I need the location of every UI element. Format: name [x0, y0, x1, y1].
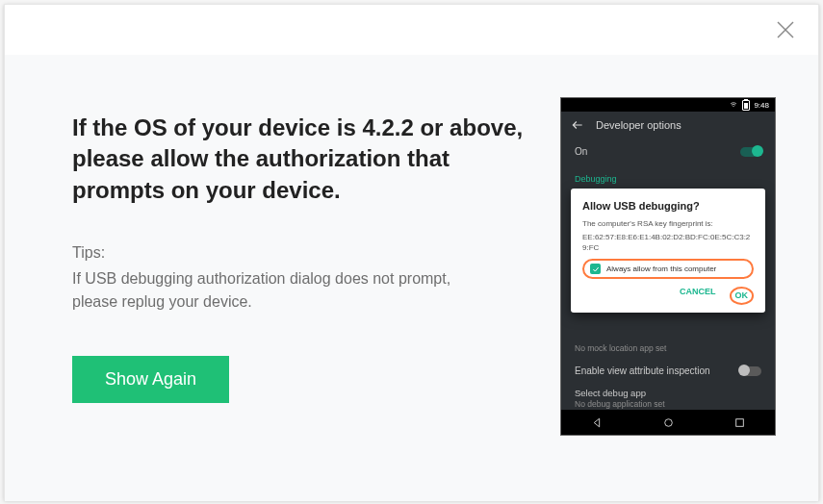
- tips-text: If USB debugging authorization dialog do…: [72, 267, 476, 314]
- tips-label: Tips:: [72, 244, 531, 262]
- phone-time: 9:48: [754, 101, 769, 110]
- nav-recent-icon: [733, 416, 746, 429]
- dialog-body: If the OS of your device is 4.2.2 or abo…: [5, 55, 818, 501]
- phone-illustration: 9:48 Developer options On Debugging Allo…: [560, 97, 776, 436]
- row-view-attr: Enable view attribute inspection: [561, 360, 775, 382]
- phone-statusbar: 9:48: [561, 98, 775, 112]
- wifi-icon: [729, 101, 738, 109]
- battery-icon: [742, 100, 750, 111]
- section-debugging: Debugging: [561, 164, 775, 186]
- popup-title: Allow USB debugging?: [582, 200, 754, 212]
- popup-ok: OK: [730, 287, 755, 305]
- checkbox-icon: [590, 264, 601, 274]
- toggle-switch-icon: [740, 147, 761, 157]
- row-select-debug-sub: No debug application set: [575, 399, 761, 410]
- nav-back-icon: [591, 416, 604, 429]
- instructions-pane: If the OS of your device is 4.2.2 or abo…: [72, 93, 560, 463]
- header-spacer: [5, 5, 818, 55]
- fingerprint-label: The computer's RSA key fingerprint is:: [582, 219, 754, 229]
- nav-home-icon: [662, 416, 675, 429]
- row-mock-location: No mock location app set: [561, 338, 775, 360]
- usb-debug-popup: Allow USB debugging? The computer's RSA …: [571, 189, 765, 313]
- page-title: If the OS of your device is 4.2.2 or abo…: [72, 113, 531, 206]
- always-allow-row: Always allow from this computer: [582, 259, 754, 279]
- row-view-attr-label: Enable view attribute inspection: [575, 365, 710, 376]
- phone-navbar: [561, 410, 775, 435]
- svg-rect-3: [735, 418, 743, 426]
- toggle-on-label: On: [575, 146, 587, 157]
- popup-cancel: CANCEL: [680, 287, 716, 305]
- back-arrow-icon: [571, 118, 584, 132]
- close-icon: [774, 18, 797, 41]
- phone-master-toggle-row: On: [561, 139, 775, 164]
- show-again-button[interactable]: Show Again: [72, 356, 229, 403]
- dialog-window: If the OS of your device is 4.2.2 or abo…: [4, 4, 819, 500]
- fingerprint-value: EE:62:57:E8:E6:E1:4B:02:D2:BD:FC:0E:5C:C…: [582, 233, 754, 253]
- always-allow-label: Always allow from this computer: [606, 265, 716, 273]
- row-select-debug-title: Select debug app: [575, 388, 761, 399]
- toggle-switch-off-icon: [740, 366, 761, 376]
- phone-appbar: Developer options: [561, 112, 775, 139]
- svg-point-2: [664, 418, 672, 426]
- popup-actions: CANCEL OK: [582, 287, 754, 305]
- appbar-title: Developer options: [596, 119, 682, 131]
- close-button[interactable]: [774, 18, 797, 41]
